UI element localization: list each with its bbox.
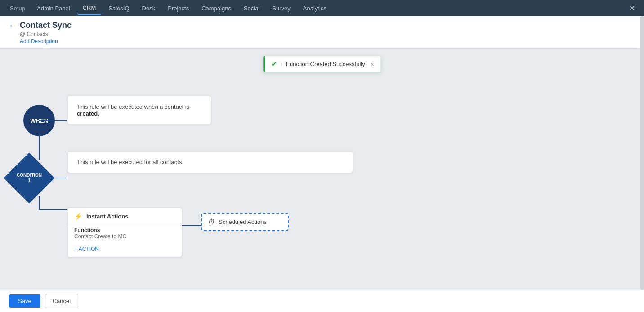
top-navigation: Setup Admin Panel CRM SalesIQ Desk Proje… (0, 0, 644, 16)
toast-message: Function Created Successfully (286, 61, 365, 67)
when-card-bold: created. (77, 110, 99, 117)
toast-close-button[interactable]: × (371, 61, 374, 68)
scheduled-actions-box[interactable]: ⏱ Scheduled Actions (201, 213, 289, 231)
nav-analytics[interactable]: Analytics (298, 2, 332, 14)
action-type: Functions (74, 227, 175, 233)
scrollbar[interactable] (640, 16, 644, 290)
workflow-canvas: ✔ › Function Created Successfully × WHEN… (0, 49, 644, 290)
setup-label: Setup (5, 5, 30, 12)
when-to-condition-connector (39, 136, 40, 160)
nav-desk[interactable]: Desk (137, 2, 161, 14)
page-subtitle: @ Contacts (9, 31, 635, 37)
action-detail: Contact Create to MC (74, 233, 175, 240)
workflow-container: ✔ › Function Created Successfully × WHEN… (0, 49, 644, 290)
condition-to-actions-connector (39, 196, 40, 209)
add-action-link[interactable]: + ACTION (68, 243, 182, 257)
scheduled-actions-label: Scheduled Actions (219, 218, 267, 225)
scheduled-icon: ⏱ (208, 218, 215, 226)
to-instant-actions-connector (39, 209, 67, 210)
close-button[interactable]: ✕ (626, 2, 639, 14)
nav-crm[interactable]: CRM (77, 2, 102, 15)
page-header: ← Contact Sync @ Contacts Add Descriptio… (0, 16, 644, 49)
lightning-icon: ⚡ (74, 212, 83, 220)
condition-card: This rule will be executed for all conta… (67, 151, 353, 173)
toast-arrow: › (281, 61, 282, 67)
add-description-link[interactable]: Add Description (9, 38, 635, 45)
nav-salesiq[interactable]: SalesIQ (103, 2, 134, 14)
check-icon: ✔ (271, 60, 277, 68)
instant-actions-header: ⚡ Instant Actions (68, 208, 182, 223)
nav-projects[interactable]: Projects (162, 2, 194, 14)
save-button[interactable]: Save (9, 294, 40, 308)
cancel-button[interactable]: Cancel (45, 294, 78, 308)
success-toast: ✔ › Function Created Successfully × (263, 56, 381, 72)
when-to-card-connector (39, 120, 67, 121)
actions-to-scheduled-connector (182, 225, 201, 226)
nav-admin-panel[interactable]: Admin Panel (31, 2, 76, 14)
when-card: This rule will be executed when a contac… (67, 96, 211, 125)
instant-actions-body: Functions Contact Create to MC (68, 223, 182, 243)
nav-social[interactable]: Social (238, 2, 265, 14)
page-title: Contact Sync (20, 21, 72, 30)
nav-survey[interactable]: Survey (267, 2, 295, 14)
bottom-bar: Save Cancel (0, 290, 644, 312)
instant-actions-title: Instant Actions (86, 213, 128, 220)
nav-campaigns[interactable]: Campaigns (196, 2, 237, 14)
instant-actions-box: ⚡ Instant Actions Functions Contact Crea… (67, 207, 182, 257)
breadcrumb: ← Contact Sync (9, 21, 635, 30)
condition-card-text: This rule will be executed for all conta… (77, 159, 183, 165)
when-card-text: This rule will be executed when a contac… (77, 103, 189, 110)
condition-to-card-connector (47, 178, 67, 178)
back-button[interactable]: ← (9, 22, 16, 30)
